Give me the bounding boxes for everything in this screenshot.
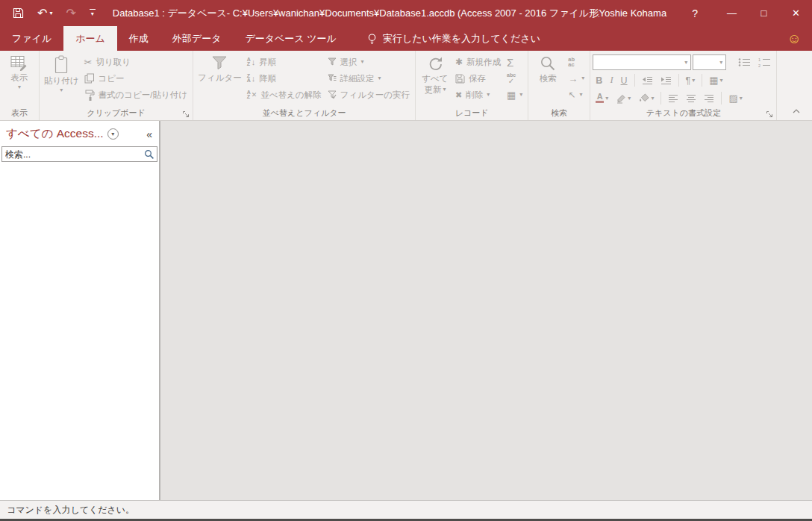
tab-external-data[interactable]: 外部データ <box>160 26 234 51</box>
delete-record-label: 削除 <box>466 90 483 101</box>
toggle-filter-button[interactable]: フィルターの実行 <box>325 87 413 103</box>
align-left-icon <box>668 94 678 103</box>
align-right-button[interactable] <box>701 90 717 106</box>
tab-create[interactable]: 作成 <box>117 26 160 51</box>
save-record-button[interactable]: 保存 <box>452 70 504 87</box>
background-color-button[interactable]: ▾ <box>635 90 657 106</box>
remove-sort-button[interactable]: AZ ✕ 並べ替えの解除 <box>244 87 325 103</box>
format-painter-button[interactable]: 書式のコピー/貼り付け <box>81 87 191 103</box>
account-name[interactable]: Yoshie Kohama <box>599 7 667 19</box>
nav-pane-title[interactable]: すべての Access... <box>6 126 104 142</box>
ribbon-tab-bar: ファイル ホーム 作成 外部データ データベース ツール 実行したい作業を入力し… <box>0 26 812 51</box>
chevron-down-icon: ▾ <box>60 87 63 93</box>
save-record-label: 保存 <box>469 73 486 84</box>
bullets-button[interactable] <box>735 54 754 70</box>
highlight-button[interactable]: ▾ <box>613 90 634 106</box>
search-icon[interactable] <box>144 149 154 160</box>
filter-button[interactable]: フィルター <box>196 52 244 107</box>
totals-button[interactable]: Σ <box>504 54 525 70</box>
select-button[interactable]: ↖ ▾ <box>565 87 587 103</box>
spelling-button[interactable]: abc✓ <box>504 70 525 87</box>
group-label-view: 表示 <box>2 107 37 120</box>
new-record-button[interactable]: ✱ 新規作成 <box>452 54 504 70</box>
font-size-combo[interactable]: ▾ <box>693 54 726 70</box>
maximize-button[interactable]: □ <box>748 0 780 26</box>
alt-row-color-button[interactable]: ▨ ▾ <box>725 90 745 106</box>
cut-button-label: 切り取り <box>96 57 131 68</box>
copy-icon <box>84 73 95 84</box>
align-left-button[interactable] <box>665 90 681 106</box>
font-color-button[interactable]: A ▾ <box>593 90 611 106</box>
svg-text:1: 1 <box>758 57 761 62</box>
redo-icon: ↷ <box>66 7 75 19</box>
feedback-smiley-button[interactable]: ☺ <box>787 31 802 46</box>
nav-pane-menu-button[interactable]: ▾ <box>107 128 119 140</box>
sort-ascending-button[interactable]: AZ ↓ 昇順 <box>244 54 325 70</box>
delete-record-button[interactable]: ✖ 削除 ▾ <box>452 87 504 103</box>
text-formatting-dialog-launcher[interactable] <box>764 109 774 119</box>
italic-button[interactable]: I <box>607 72 616 88</box>
find-button-label: 検索 <box>540 74 557 83</box>
find-button[interactable]: 検索 <box>531 52 565 107</box>
help-button[interactable]: ? <box>684 0 705 26</box>
tab-home[interactable]: ホーム <box>63 26 117 51</box>
new-record-label: 新規作成 <box>466 57 501 68</box>
paste-button[interactable]: 貼り付け ▾ <box>42 52 81 107</box>
bold-icon: B <box>596 75 602 86</box>
chevron-down-icon: ▾ <box>605 96 608 102</box>
copy-button[interactable]: コピー <box>81 70 191 87</box>
advanced-filter-button[interactable]: 詳細設定 ▾ <box>325 70 413 87</box>
filter-icon <box>211 55 228 71</box>
chevron-down-icon: ▾ <box>487 92 490 98</box>
decrease-indent-button[interactable] <box>639 72 656 88</box>
more-records-button[interactable]: ▦ ▾ <box>504 87 525 103</box>
align-right-icon <box>704 94 714 103</box>
redo-button[interactable]: ↷ <box>59 3 82 23</box>
ribbon-home: 表示 ▾ 表示 貼り付け ▾ ✂ <box>0 51 812 121</box>
customize-qat-button[interactable]: ▾ <box>83 3 102 23</box>
underline-button[interactable]: U <box>618 72 631 88</box>
remove-sort-icon: AZ ✕ <box>247 90 257 99</box>
undo-icon: ↶ <box>37 7 47 19</box>
chevron-down-icon: ▾ <box>740 96 743 102</box>
tab-file[interactable]: ファイル <box>0 26 63 51</box>
clipboard-dialog-launcher[interactable] <box>181 109 190 119</box>
shutter-bar-close-button[interactable]: « <box>143 128 156 140</box>
ribbon-group-sort-filter: フィルター AZ ↓ 昇順 ZA ↓ <box>193 51 416 120</box>
align-center-button[interactable] <box>683 90 699 106</box>
refresh-all-label-1: すべて <box>422 74 448 83</box>
font-name-combo[interactable]: ▾ <box>593 54 691 70</box>
refresh-all-label-2: 更新 <box>424 85 441 94</box>
tab-database-tools[interactable]: データベース ツール <box>233 26 348 51</box>
cut-button[interactable]: ✂ 切り取り <box>81 54 191 70</box>
gridlines-button[interactable]: ▦ ▾ <box>706 72 725 88</box>
find-icon <box>540 55 556 72</box>
filter-button-label: フィルター <box>198 73 242 82</box>
alt-row-color-icon: ▨ <box>728 93 737 103</box>
sort-descending-button[interactable]: ZA ↓ 降順 <box>244 70 325 87</box>
chevron-down-icon: ▾ <box>719 60 722 66</box>
nav-search-input[interactable] <box>2 149 142 160</box>
minimize-button[interactable]: — <box>716 0 748 26</box>
increase-indent-icon <box>660 76 672 85</box>
tell-me-box[interactable]: 実行したい作業を入力してください <box>366 26 540 51</box>
replace-button[interactable]: abac <box>565 54 587 70</box>
close-button[interactable]: ✕ <box>780 0 812 26</box>
reading-order-button[interactable]: ¶ ▾ <box>683 72 699 88</box>
navigation-pane: すべての Access... ▾ « <box>0 121 160 500</box>
collapse-ribbon-button[interactable] <box>788 105 805 116</box>
decrease-indent-icon <box>642 76 653 85</box>
undo-button[interactable]: ↶ ▾ <box>31 3 59 23</box>
selection-button[interactable]: 選択 ▾ <box>325 54 413 70</box>
delete-icon: ✖ <box>455 91 462 99</box>
bullets-icon <box>738 57 751 67</box>
goto-button[interactable]: → ▾ <box>565 70 587 87</box>
format-painter-icon <box>84 90 95 101</box>
numbering-button[interactable]: 1 2 <box>755 54 774 70</box>
save-button[interactable] <box>6 3 31 23</box>
increase-indent-button[interactable] <box>658 72 675 88</box>
select-cursor-icon: ↖ <box>568 90 575 99</box>
bold-button[interactable]: B <box>593 72 605 88</box>
view-button[interactable]: 表示 ▾ <box>2 52 37 107</box>
refresh-all-button[interactable]: すべて 更新 ▾ <box>418 52 452 107</box>
